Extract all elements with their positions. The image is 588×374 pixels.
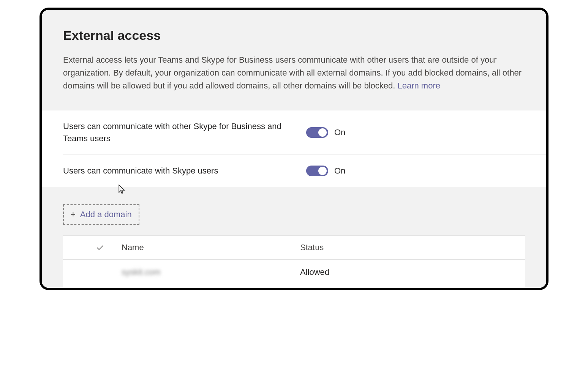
- table-row[interactable]: syskit.com Allowed: [63, 260, 525, 288]
- add-domain-button[interactable]: + Add a domain: [63, 204, 139, 225]
- toggle-knob: [318, 167, 327, 175]
- settings-window: External access External access lets you…: [40, 8, 548, 290]
- toggle-row-skype: Users can communicate with Skype users O…: [63, 155, 546, 187]
- checkmark-icon: [95, 243, 105, 252]
- add-domain-label: Add a domain: [80, 210, 132, 219]
- column-header-name[interactable]: Name: [122, 243, 300, 252]
- page-description: External access lets your Teams and Skyp…: [63, 54, 525, 92]
- toggle-switch-skype[interactable]: [306, 166, 328, 176]
- toggle-knob: [318, 128, 327, 137]
- toggle-switch-sfb-teams[interactable]: [306, 127, 328, 138]
- toggle-status-text: On: [334, 166, 345, 176]
- domain-section: + Add a domain Name Status syskit.com: [42, 189, 546, 288]
- column-header-status[interactable]: Status: [300, 243, 504, 252]
- header-section: External access External access lets you…: [42, 10, 546, 104]
- plus-icon: +: [71, 210, 76, 219]
- content-area: External access External access lets you…: [42, 10, 546, 288]
- toggle-list: Users can communicate with other Skype f…: [42, 110, 546, 187]
- learn-more-link[interactable]: Learn more: [397, 81, 440, 90]
- toggle-status-text: On: [334, 128, 345, 137]
- domains-table: Name Status syskit.com Allowed: [63, 235, 525, 288]
- domain-status-cell: Allowed: [300, 267, 504, 277]
- description-text: External access lets your Teams and Skyp…: [63, 55, 522, 90]
- toggle-row-skype-business-teams: Users can communicate with other Skype f…: [63, 110, 546, 155]
- toggle-control: On: [306, 127, 345, 138]
- row-select-cell[interactable]: [76, 267, 122, 277]
- domain-name-cell: syskit.com: [122, 267, 300, 277]
- toggle-control: On: [306, 166, 345, 176]
- toggle-label: Users can communicate with Skype users: [63, 165, 306, 177]
- table-header-row: Name Status: [63, 236, 525, 260]
- page-title: External access: [63, 28, 525, 43]
- select-all-column[interactable]: [76, 243, 122, 252]
- cursor-icon: [118, 185, 126, 194]
- toggle-label: Users can communicate with other Skype f…: [63, 120, 306, 145]
